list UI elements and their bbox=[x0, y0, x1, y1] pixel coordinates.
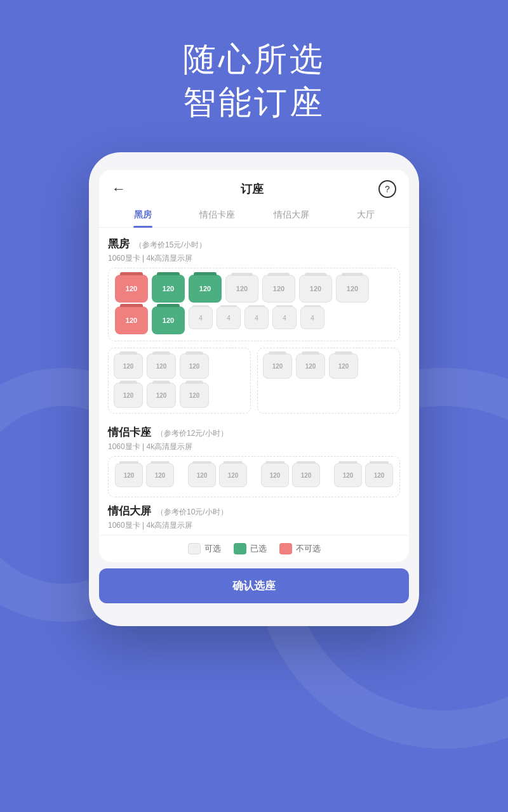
couple-seat-7[interactable]: 120 bbox=[334, 463, 362, 487]
private-seat-9[interactable]: 120 bbox=[329, 353, 358, 379]
seat-2-5[interactable]: 4 bbox=[244, 306, 269, 329]
seat-2-1[interactable]: 120 bbox=[115, 306, 148, 334]
tab-bar: 黑房 情侣卡座 情侣大屏 大厅 bbox=[99, 203, 409, 228]
nav-title: 订座 bbox=[241, 181, 264, 197]
legend-selected: 已选 bbox=[234, 543, 267, 554]
section-couple-big-header: 情侣大屏 （参考价10元/小时） 1060显卡 | 4k高清显示屏 bbox=[108, 504, 400, 531]
couple-seat-4[interactable]: 120 bbox=[219, 463, 247, 487]
private-seat-6[interactable]: 120 bbox=[180, 383, 209, 408]
private-seat-5[interactable]: 120 bbox=[147, 383, 176, 408]
private-seat-7[interactable]: 120 bbox=[263, 353, 292, 379]
couple-card-title: 情侣卡座 bbox=[108, 425, 151, 440]
seat-1-4[interactable]: 120 bbox=[225, 275, 258, 303]
seat-1-6[interactable]: 120 bbox=[299, 275, 332, 303]
heifang-seat-grid: 120 120 120 120 120 120 120 120 120 4 4 … bbox=[108, 268, 400, 341]
couple-card-price: （参考价12元/小时） bbox=[156, 428, 228, 439]
couple-seat-1[interactable]: 120 bbox=[115, 463, 143, 487]
couple-big-subtitle: 1060显卡 | 4k高清显示屏 bbox=[108, 520, 400, 531]
legend-bar: 可选 已选 不可选 bbox=[99, 535, 409, 562]
private-row-2: 120 120 120 bbox=[114, 383, 245, 408]
seat-2-2[interactable]: 120 bbox=[152, 306, 185, 334]
seat-1-5[interactable]: 120 bbox=[262, 275, 295, 303]
couple-card-subtitle: 1060显卡 | 4k高清显示屏 bbox=[108, 442, 400, 452]
seat-row-1: 120 120 120 120 120 120 120 bbox=[115, 275, 393, 303]
private-row-3: 120 120 120 bbox=[263, 353, 394, 379]
couple-seat-6[interactable]: 120 bbox=[292, 463, 320, 487]
header-line2: 智能订座 bbox=[183, 84, 325, 121]
seat-1-1[interactable]: 120 bbox=[115, 275, 148, 303]
legend-selected-label: 已选 bbox=[250, 543, 267, 554]
seat-1-2[interactable]: 120 bbox=[152, 275, 185, 303]
couple-seat-2[interactable]: 120 bbox=[146, 463, 174, 487]
seat-row-2: 120 120 4 4 4 4 4 bbox=[115, 306, 393, 334]
seat-2-4[interactable]: 4 bbox=[217, 306, 241, 329]
phone-notch bbox=[216, 152, 292, 170]
phone-mockup: ← 订座 ? 黑房 情侣卡座 情侣大屏 大厅 黑房 （参考价15元/小时） 10… bbox=[89, 152, 419, 626]
private-col-right: 120 120 120 bbox=[257, 348, 400, 414]
couple-big-price: （参考价10元/小时） bbox=[156, 507, 228, 518]
private-seat-8[interactable]: 120 bbox=[296, 353, 325, 379]
seat-1-3[interactable]: 120 bbox=[189, 275, 222, 303]
seat-2-7[interactable]: 4 bbox=[300, 306, 324, 329]
couple-seat-8[interactable]: 120 bbox=[365, 463, 393, 487]
couple-seat-5[interactable]: 120 bbox=[261, 463, 289, 487]
section-couple-card-header: 情侣卡座 （参考价12元/小时） 1060显卡 | 4k高清显示屏 bbox=[108, 425, 400, 452]
legend-unavailable: 不可选 bbox=[279, 543, 321, 554]
nav-bar: ← 订座 ? bbox=[99, 170, 409, 203]
legend-available-box bbox=[188, 543, 201, 554]
private-col-left: 120 120 120 120 120 120 bbox=[108, 348, 251, 414]
heifang-price: （参考价15元/小时） bbox=[135, 240, 206, 251]
tab-couple-big[interactable]: 情侣大屏 bbox=[254, 203, 328, 227]
private-row-1: 120 120 120 bbox=[114, 353, 245, 379]
help-button[interactable]: ? bbox=[378, 180, 396, 198]
seat-2-3[interactable]: 4 bbox=[189, 306, 213, 329]
confirm-button[interactable]: 确认选座 bbox=[99, 568, 409, 603]
private-seat-2[interactable]: 120 bbox=[147, 353, 176, 379]
seat-2-6[interactable]: 4 bbox=[272, 306, 297, 329]
private-seat-1[interactable]: 120 bbox=[114, 353, 143, 379]
legend-unavailable-label: 不可选 bbox=[296, 543, 321, 554]
heifang-private-rooms: 120 120 120 120 120 120 120 120 120 bbox=[108, 348, 400, 420]
section-heifang-header: 黑房 （参考价15元/小时） 1060显卡 | 4k高清显示屏 bbox=[108, 237, 400, 264]
private-seat-3[interactable]: 120 bbox=[180, 353, 209, 379]
tab-heifang[interactable]: 黑房 bbox=[105, 203, 180, 227]
legend-selected-box bbox=[234, 543, 246, 554]
scroll-content: 黑房 （参考价15元/小时） 1060显卡 | 4k高清显示屏 120 120 … bbox=[99, 228, 409, 535]
couple-card-seats: 120 120 120 120 120 120 120 120 bbox=[108, 456, 400, 497]
heifang-subtitle: 1060显卡 | 4k高清显示屏 bbox=[108, 253, 400, 264]
legend-unavailable-box bbox=[279, 543, 292, 554]
seat-1-7[interactable]: 120 bbox=[336, 275, 369, 303]
heifang-title: 黑房 bbox=[108, 237, 130, 251]
header-line1: 随心所选 bbox=[183, 41, 325, 77]
legend-available-label: 可选 bbox=[204, 543, 221, 554]
back-button[interactable]: ← bbox=[112, 181, 126, 197]
page-header: 随心所选 智能订座 bbox=[0, 0, 508, 149]
tab-hall[interactable]: 大厅 bbox=[328, 203, 403, 227]
legend-available: 可选 bbox=[188, 543, 221, 554]
private-seat-4[interactable]: 120 bbox=[114, 383, 143, 408]
couple-seat-3[interactable]: 120 bbox=[188, 463, 216, 487]
couple-row-1: 120 120 120 120 120 120 120 120 bbox=[115, 463, 393, 487]
couple-big-title: 情侣大屏 bbox=[108, 504, 151, 518]
app-content: ← 订座 ? 黑房 情侣卡座 情侣大屏 大厅 黑房 （参考价15元/小时） 10… bbox=[99, 170, 409, 562]
tab-couple-card[interactable]: 情侣卡座 bbox=[180, 203, 254, 227]
